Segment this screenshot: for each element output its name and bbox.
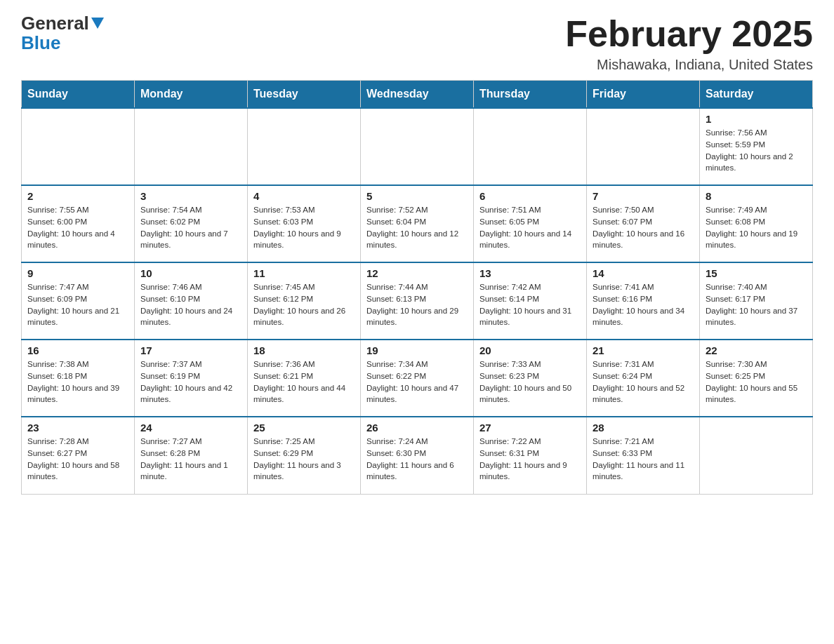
day-number: 9 bbox=[27, 267, 128, 279]
logo-triangle-icon bbox=[91, 18, 104, 29]
calendar-day-cell: 12Sunrise: 7:44 AMSunset: 6:13 PMDayligh… bbox=[361, 262, 474, 340]
calendar-week-row: 9Sunrise: 7:47 AMSunset: 6:09 PMDaylight… bbox=[22, 262, 813, 340]
page-header: General Blue February 2025 Mishawaka, In… bbox=[21, 14, 813, 73]
day-info: Sunrise: 7:50 AMSunset: 6:07 PMDaylight:… bbox=[593, 204, 694, 251]
day-info: Sunrise: 7:28 AMSunset: 6:27 PMDaylight:… bbox=[27, 436, 128, 483]
calendar-day-cell: 14Sunrise: 7:41 AMSunset: 6:16 PMDayligh… bbox=[587, 262, 700, 340]
logo-blue-text: Blue bbox=[21, 32, 60, 53]
calendar-day-cell: 5Sunrise: 7:52 AMSunset: 6:04 PMDaylight… bbox=[361, 185, 474, 262]
day-number: 4 bbox=[253, 190, 355, 202]
col-header-wednesday: Wednesday bbox=[361, 81, 474, 109]
calendar-day-cell: 20Sunrise: 7:33 AMSunset: 6:23 PMDayligh… bbox=[474, 340, 587, 417]
day-number: 12 bbox=[366, 267, 468, 279]
col-header-friday: Friday bbox=[587, 81, 700, 109]
day-number: 8 bbox=[706, 190, 807, 202]
calendar-day-cell: 1Sunrise: 7:56 AMSunset: 5:59 PMDaylight… bbox=[700, 108, 813, 185]
calendar-day-cell: 15Sunrise: 7:40 AMSunset: 6:17 PMDayligh… bbox=[700, 262, 813, 340]
col-header-thursday: Thursday bbox=[474, 81, 587, 109]
day-number: 23 bbox=[27, 422, 128, 434]
day-number: 18 bbox=[253, 344, 355, 356]
day-info: Sunrise: 7:33 AMSunset: 6:23 PMDaylight:… bbox=[479, 358, 581, 405]
day-number: 10 bbox=[140, 267, 241, 279]
day-number: 25 bbox=[253, 422, 355, 434]
calendar-day-cell bbox=[135, 108, 248, 185]
col-header-sunday: Sunday bbox=[22, 81, 135, 109]
col-header-saturday: Saturday bbox=[700, 81, 813, 109]
calendar-day-cell: 11Sunrise: 7:45 AMSunset: 6:12 PMDayligh… bbox=[248, 262, 361, 340]
day-number: 16 bbox=[27, 344, 128, 356]
day-info: Sunrise: 7:53 AMSunset: 6:03 PMDaylight:… bbox=[253, 204, 355, 251]
calendar-day-cell: 27Sunrise: 7:22 AMSunset: 6:31 PMDayligh… bbox=[474, 417, 587, 494]
calendar-day-cell: 16Sunrise: 7:38 AMSunset: 6:18 PMDayligh… bbox=[22, 340, 135, 417]
calendar-day-cell: 4Sunrise: 7:53 AMSunset: 6:03 PMDaylight… bbox=[248, 185, 361, 262]
calendar-day-cell: 19Sunrise: 7:34 AMSunset: 6:22 PMDayligh… bbox=[361, 340, 474, 417]
calendar-day-cell: 28Sunrise: 7:21 AMSunset: 6:33 PMDayligh… bbox=[587, 417, 700, 494]
day-number: 6 bbox=[479, 190, 581, 202]
day-number: 24 bbox=[140, 422, 241, 434]
calendar-day-cell: 3Sunrise: 7:54 AMSunset: 6:02 PMDaylight… bbox=[135, 185, 248, 262]
calendar-day-cell bbox=[474, 108, 587, 185]
title-block: February 2025 Mishawaka, Indiana, United… bbox=[565, 14, 813, 73]
day-info: Sunrise: 7:38 AMSunset: 6:18 PMDaylight:… bbox=[27, 358, 128, 405]
calendar-day-cell: 7Sunrise: 7:50 AMSunset: 6:07 PMDaylight… bbox=[587, 185, 700, 262]
day-info: Sunrise: 7:44 AMSunset: 6:13 PMDaylight:… bbox=[366, 281, 468, 328]
calendar-day-cell bbox=[700, 417, 813, 494]
day-number: 17 bbox=[140, 344, 241, 356]
day-info: Sunrise: 7:41 AMSunset: 6:16 PMDaylight:… bbox=[593, 281, 694, 328]
calendar-day-cell bbox=[248, 108, 361, 185]
calendar-day-cell: 13Sunrise: 7:42 AMSunset: 6:14 PMDayligh… bbox=[474, 262, 587, 340]
day-info: Sunrise: 7:45 AMSunset: 6:12 PMDaylight:… bbox=[253, 281, 355, 328]
day-number: 26 bbox=[366, 422, 468, 434]
calendar-day-cell: 25Sunrise: 7:25 AMSunset: 6:29 PMDayligh… bbox=[248, 417, 361, 494]
logo: General Blue bbox=[21, 14, 104, 54]
calendar-day-cell: 6Sunrise: 7:51 AMSunset: 6:05 PMDaylight… bbox=[474, 185, 587, 262]
day-info: Sunrise: 7:40 AMSunset: 6:17 PMDaylight:… bbox=[706, 281, 807, 328]
day-number: 15 bbox=[706, 267, 807, 279]
col-header-tuesday: Tuesday bbox=[248, 81, 361, 109]
day-info: Sunrise: 7:30 AMSunset: 6:25 PMDaylight:… bbox=[706, 358, 807, 405]
calendar-day-cell: 10Sunrise: 7:46 AMSunset: 6:10 PMDayligh… bbox=[135, 262, 248, 340]
day-info: Sunrise: 7:42 AMSunset: 6:14 PMDaylight:… bbox=[479, 281, 581, 328]
day-number: 19 bbox=[366, 344, 468, 356]
day-info: Sunrise: 7:25 AMSunset: 6:29 PMDaylight:… bbox=[253, 436, 355, 483]
day-number: 11 bbox=[253, 267, 355, 279]
day-number: 14 bbox=[593, 267, 694, 279]
day-number: 21 bbox=[593, 344, 694, 356]
day-info: Sunrise: 7:49 AMSunset: 6:08 PMDaylight:… bbox=[706, 204, 807, 251]
calendar-table: SundayMondayTuesdayWednesdayThursdayFrid… bbox=[21, 80, 813, 495]
day-info: Sunrise: 7:47 AMSunset: 6:09 PMDaylight:… bbox=[27, 281, 128, 328]
location: Mishawaka, Indiana, United States bbox=[565, 57, 813, 73]
day-info: Sunrise: 7:36 AMSunset: 6:21 PMDaylight:… bbox=[253, 358, 355, 405]
calendar-day-cell: 23Sunrise: 7:28 AMSunset: 6:27 PMDayligh… bbox=[22, 417, 135, 494]
calendar-day-cell: 18Sunrise: 7:36 AMSunset: 6:21 PMDayligh… bbox=[248, 340, 361, 417]
day-number: 28 bbox=[593, 422, 694, 434]
day-info: Sunrise: 7:55 AMSunset: 6:00 PMDaylight:… bbox=[27, 204, 128, 251]
day-number: 27 bbox=[479, 422, 581, 434]
calendar-week-row: 1Sunrise: 7:56 AMSunset: 5:59 PMDaylight… bbox=[22, 108, 813, 185]
day-info: Sunrise: 7:24 AMSunset: 6:30 PMDaylight:… bbox=[366, 436, 468, 483]
day-info: Sunrise: 7:34 AMSunset: 6:22 PMDaylight:… bbox=[366, 358, 468, 405]
calendar-day-cell: 21Sunrise: 7:31 AMSunset: 6:24 PMDayligh… bbox=[587, 340, 700, 417]
day-info: Sunrise: 7:56 AMSunset: 5:59 PMDaylight:… bbox=[706, 127, 807, 174]
calendar-day-cell: 22Sunrise: 7:30 AMSunset: 6:25 PMDayligh… bbox=[700, 340, 813, 417]
calendar-day-cell bbox=[361, 108, 474, 185]
day-info: Sunrise: 7:54 AMSunset: 6:02 PMDaylight:… bbox=[140, 204, 241, 251]
calendar-week-row: 2Sunrise: 7:55 AMSunset: 6:00 PMDaylight… bbox=[22, 185, 813, 262]
day-number: 22 bbox=[706, 344, 807, 356]
logo-general-text: General bbox=[21, 14, 89, 32]
calendar-day-cell: 24Sunrise: 7:27 AMSunset: 6:28 PMDayligh… bbox=[135, 417, 248, 494]
day-number: 1 bbox=[706, 113, 807, 125]
day-info: Sunrise: 7:37 AMSunset: 6:19 PMDaylight:… bbox=[140, 358, 241, 405]
day-info: Sunrise: 7:21 AMSunset: 6:33 PMDaylight:… bbox=[593, 436, 694, 483]
day-info: Sunrise: 7:22 AMSunset: 6:31 PMDaylight:… bbox=[479, 436, 581, 483]
calendar-header-row: SundayMondayTuesdayWednesdayThursdayFrid… bbox=[22, 81, 813, 109]
calendar-day-cell: 17Sunrise: 7:37 AMSunset: 6:19 PMDayligh… bbox=[135, 340, 248, 417]
day-number: 13 bbox=[479, 267, 581, 279]
calendar-day-cell: 8Sunrise: 7:49 AMSunset: 6:08 PMDaylight… bbox=[700, 185, 813, 262]
day-number: 3 bbox=[140, 190, 241, 202]
calendar-day-cell bbox=[22, 108, 135, 185]
day-info: Sunrise: 7:52 AMSunset: 6:04 PMDaylight:… bbox=[366, 204, 468, 251]
day-number: 20 bbox=[479, 344, 581, 356]
calendar-day-cell: 2Sunrise: 7:55 AMSunset: 6:00 PMDaylight… bbox=[22, 185, 135, 262]
day-number: 2 bbox=[27, 190, 128, 202]
